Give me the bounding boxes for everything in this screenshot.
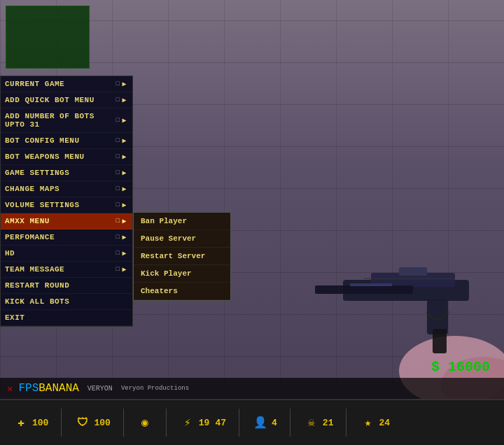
ammo-icon: ⚡ bbox=[179, 414, 196, 431]
menu-item-controls: □ ▶ bbox=[116, 265, 127, 274]
watermark-logo: FPSBANANA bbox=[18, 382, 78, 395]
svg-rect-4 bbox=[315, 285, 413, 294]
menu-item-controls: □ ▶ bbox=[116, 185, 127, 193]
menu-label: ADD NUMBER OF BOTS UPTO 31 bbox=[5, 112, 116, 129]
arrow-icon: ▶ bbox=[122, 136, 127, 145]
hud-divider-2 bbox=[123, 409, 124, 437]
hud-divider-1 bbox=[61, 409, 62, 437]
hud-health: ✚ 100 bbox=[7, 414, 54, 431]
key-icon: □ bbox=[116, 266, 120, 273]
watermark-bar: ✕ FPSBANANA VERYON Veryon Productions bbox=[0, 378, 504, 399]
kills-value: 21 bbox=[323, 418, 334, 428]
submenu-kick-player[interactable]: Kick Player bbox=[134, 265, 230, 283]
hud-ammo: ⚡ 19 47 bbox=[174, 414, 232, 431]
hud-bar: ✚ 100 🛡 100 ◉ ⚡ 19 47 👤 4 ☠ 21 ★ 24 bbox=[0, 399, 504, 445]
menu-label: RESTART ROUND bbox=[5, 281, 69, 290]
menu-item-bot-weapons[interactable]: BOT WEAPONS MENU □ ▶ bbox=[1, 149, 132, 165]
hud-divider-3 bbox=[166, 409, 167, 437]
menu-item-restart-round[interactable]: RESTART ROUND bbox=[1, 278, 132, 294]
menu-item-amxx[interactable]: AMXX MENU □ ▶ bbox=[1, 213, 132, 229]
menu-item-team-message[interactable]: TEAM MESSAGE □ ▶ bbox=[1, 262, 132, 278]
menu-label: AMXX MENU bbox=[5, 217, 50, 225]
menu-label: TEAM MESSAGE bbox=[5, 265, 64, 274]
menu-item-controls: □ ▶ bbox=[116, 96, 127, 104]
menu-label: CHANGE MAPS bbox=[5, 185, 59, 193]
menu-label: HD bbox=[5, 249, 15, 257]
submenu-cheaters[interactable]: Cheaters bbox=[134, 283, 230, 300]
arrow-icon: ▶ bbox=[122, 249, 127, 257]
arrow-icon: ▶ bbox=[122, 201, 127, 209]
menu-item-exit[interactable]: EXIT bbox=[1, 310, 132, 326]
menu-item-controls: □ ▶ bbox=[116, 233, 127, 241]
arrow-icon: ▶ bbox=[122, 217, 127, 225]
menu-label: ADD QUICK BOT MENU bbox=[5, 96, 94, 104]
armor-icon: 🛡 bbox=[74, 414, 91, 431]
submenu-label: Ban Player bbox=[141, 217, 187, 225]
menu-item-add-quick-bot[interactable]: ADD QUICK BOT MENU □ ▶ bbox=[1, 92, 132, 108]
key-icon: □ bbox=[116, 80, 120, 87]
arrow-icon: ▶ bbox=[122, 80, 127, 88]
ammo-reserve: 47 bbox=[215, 418, 226, 428]
menu-label: EXIT bbox=[5, 313, 24, 322]
arrow-icon: ▶ bbox=[122, 185, 127, 193]
key-icon: □ bbox=[116, 250, 120, 257]
menu-label: VOLUME SETTINGS bbox=[5, 201, 80, 209]
team-count: 4 bbox=[272, 418, 277, 428]
key-icon: □ bbox=[116, 185, 120, 192]
arrow-icon: ▶ bbox=[122, 96, 127, 104]
menu-item-bot-config[interactable]: BOT CONFIG MENU □ ▶ bbox=[1, 133, 132, 149]
watermark-x-icon: ✕ bbox=[7, 383, 13, 395]
money-display: $ 16000 bbox=[431, 359, 490, 375]
menu-item-controls: □ ▶ bbox=[116, 116, 127, 125]
menu-item-controls: □ ▶ bbox=[116, 169, 127, 177]
minimap bbox=[6, 6, 90, 69]
arrow-icon: ▶ bbox=[122, 265, 127, 274]
banana-text: BANANA bbox=[38, 382, 79, 395]
hud-team: 👤 4 bbox=[246, 414, 283, 431]
hud-kills: ☠ 21 bbox=[298, 414, 340, 431]
key-icon: □ bbox=[116, 169, 120, 176]
arrow-icon: ▶ bbox=[122, 233, 127, 241]
score-value: 24 bbox=[379, 418, 390, 428]
key-icon: □ bbox=[116, 137, 120, 144]
submenu-ban-player[interactable]: Ban Player bbox=[134, 213, 230, 230]
score-icon: ★ bbox=[359, 414, 376, 431]
money-value: 16000 bbox=[448, 359, 490, 375]
health-value: 100 bbox=[32, 418, 48, 428]
key-icon: □ bbox=[116, 234, 120, 241]
submenu-label: Pause Server bbox=[141, 234, 196, 243]
menu-item-volume[interactable]: VOLUME SETTINGS □ ▶ bbox=[1, 197, 132, 213]
svg-rect-7 bbox=[433, 329, 447, 353]
key-icon: □ bbox=[116, 218, 120, 225]
menu-item-hd[interactable]: HD □ ▶ bbox=[1, 246, 132, 262]
item-icon: ◉ bbox=[136, 414, 153, 431]
menu-label: PERFOMANCE bbox=[5, 233, 55, 241]
hud-armor: 🛡 100 bbox=[69, 414, 115, 431]
submenu-label: Kick Player bbox=[141, 269, 192, 278]
menu-item-kick-bots[interactable]: KICK ALL BOTS bbox=[1, 294, 132, 310]
arrow-icon: ▶ bbox=[122, 116, 127, 125]
hud-item: ◉ bbox=[131, 414, 159, 431]
menu-item-controls: □ ▶ bbox=[116, 217, 127, 225]
submenu-pause-server[interactable]: Pause Server bbox=[134, 230, 230, 248]
menu-item-controls: □ ▶ bbox=[116, 80, 127, 88]
health-icon: ✚ bbox=[13, 414, 29, 431]
arrow-icon: ▶ bbox=[122, 153, 127, 161]
hud-divider-5 bbox=[290, 409, 290, 437]
hud-divider-6 bbox=[346, 409, 346, 437]
main-menu: CURRENT GAME □ ▶ ADD QUICK BOT MENU □ ▶ … bbox=[0, 76, 133, 327]
submenu: Ban Player Pause Server Restart Server K… bbox=[133, 212, 231, 301]
kills-icon: ☠ bbox=[303, 414, 320, 431]
key-icon: □ bbox=[116, 153, 120, 160]
submenu-restart-server[interactable]: Restart Server bbox=[134, 248, 230, 265]
submenu-label: Cheaters bbox=[141, 287, 178, 295]
menu-item-game-settings[interactable]: GAME SETTINGS □ ▶ bbox=[1, 165, 132, 181]
menu-item-performance[interactable]: PERFOMANCE □ ▶ bbox=[1, 229, 132, 246]
menu-item-current-game[interactable]: CURRENT GAME □ ▶ bbox=[1, 76, 132, 92]
menu-item-add-bots[interactable]: ADD NUMBER OF BOTS UPTO 31 □ ▶ bbox=[1, 108, 132, 133]
menu-label: GAME SETTINGS bbox=[5, 169, 69, 177]
ammo-current: 19 bbox=[199, 418, 210, 428]
menu-item-change-maps[interactable]: CHANGE MAPS □ ▶ bbox=[1, 181, 132, 197]
submenu-label: Restart Server bbox=[141, 252, 205, 260]
menu-label: BOT WEAPONS MENU bbox=[5, 153, 85, 161]
